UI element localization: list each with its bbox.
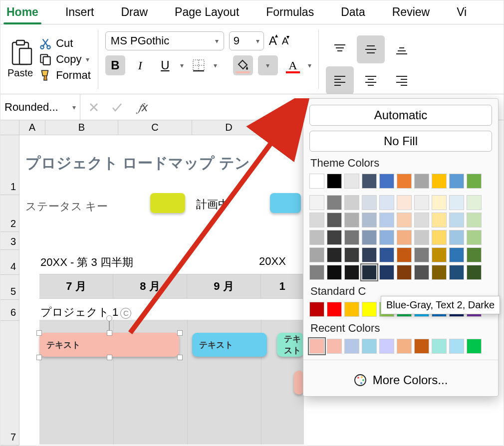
color-swatch[interactable] (432, 265, 447, 280)
color-swatch[interactable] (432, 230, 447, 245)
align-center-button[interactable] (357, 66, 385, 94)
font-size-select[interactable]: 9 ▾ (229, 31, 264, 50)
font-name-select[interactable]: MS PGothic ▾ (105, 31, 224, 50)
color-swatch[interactable] (327, 195, 342, 210)
color-swatch[interactable] (449, 213, 464, 227)
tab-formulas[interactable]: Formulas (263, 2, 317, 24)
color-swatch[interactable] (397, 247, 412, 262)
color-swatch[interactable] (309, 247, 324, 262)
cancel-icon[interactable] (88, 102, 99, 113)
color-swatch[interactable] (379, 230, 394, 245)
row-header-4[interactable]: 4 (0, 250, 19, 275)
color-swatch[interactable] (432, 339, 447, 354)
copy-button[interactable]: Copy ▾ (39, 53, 91, 66)
shrink-font-button[interactable]: A▾ (282, 35, 288, 47)
align-right-button[interactable] (388, 66, 416, 94)
color-swatch[interactable] (379, 339, 394, 354)
resize-handle-n[interactable] (107, 330, 112, 336)
align-middle-button[interactable] (357, 35, 385, 63)
chevron-down-icon[interactable]: ▾ (180, 61, 184, 69)
bold-button[interactable]: B (105, 55, 125, 75)
color-swatch[interactable] (397, 213, 412, 227)
color-swatch[interactable] (467, 265, 482, 280)
color-swatch[interactable] (397, 174, 412, 189)
col-header-B[interactable]: B (45, 120, 118, 135)
color-swatch[interactable] (344, 247, 359, 262)
color-swatch[interactable] (309, 339, 324, 354)
color-swatch[interactable] (432, 213, 447, 227)
color-swatch[interactable] (449, 230, 464, 245)
tab-insert[interactable]: Insert (62, 2, 97, 24)
color-swatch[interactable] (467, 174, 482, 189)
color-swatch[interactable] (449, 247, 464, 262)
color-swatch[interactable] (309, 195, 324, 210)
color-swatch[interactable] (344, 195, 359, 210)
format-painter-button[interactable]: Format (39, 69, 91, 82)
tab-review[interactable]: Review (389, 2, 433, 24)
col-header-C[interactable]: C (118, 120, 192, 135)
color-swatch[interactable] (327, 302, 342, 317)
confirm-icon[interactable] (111, 102, 122, 113)
task-bar-3[interactable]: テキスト (277, 333, 304, 357)
col-header-A[interactable]: A (19, 120, 45, 135)
task-bar-4[interactable] (294, 371, 304, 395)
color-swatch[interactable] (309, 213, 324, 227)
color-swatch[interactable] (344, 174, 359, 189)
color-swatch[interactable] (327, 174, 342, 189)
color-swatch[interactable] (467, 213, 482, 227)
col-header-D[interactable]: D (192, 120, 266, 135)
color-swatch[interactable] (449, 195, 464, 210)
color-swatch[interactable] (379, 265, 394, 280)
color-swatch[interactable] (344, 213, 359, 227)
italic-button[interactable]: I (130, 55, 150, 75)
resize-handle-sw[interactable] (36, 355, 42, 360)
color-swatch[interactable] (327, 339, 342, 354)
tab-draw[interactable]: Draw (118, 2, 151, 24)
borders-button[interactable] (189, 55, 209, 75)
resize-handle-s[interactable] (107, 355, 112, 360)
grow-font-button[interactable]: A▴ (269, 34, 277, 48)
color-swatch[interactable] (397, 265, 412, 280)
color-swatch[interactable] (309, 265, 324, 280)
underline-button[interactable]: U (155, 55, 175, 75)
paste-button[interactable]: Paste (7, 28, 33, 90)
color-swatch[interactable] (362, 195, 377, 210)
tab-view[interactable]: Vi (454, 2, 470, 24)
color-swatch[interactable] (327, 213, 342, 227)
color-swatch[interactable] (344, 339, 359, 354)
color-swatch[interactable] (449, 265, 464, 280)
color-swatch[interactable] (467, 230, 482, 245)
color-swatch[interactable] (379, 195, 394, 210)
color-swatch[interactable] (449, 339, 464, 354)
color-swatch[interactable] (344, 302, 359, 317)
color-swatch[interactable] (344, 230, 359, 245)
select-all-corner[interactable] (0, 120, 19, 135)
color-swatch[interactable] (397, 339, 412, 354)
color-swatch[interactable] (414, 339, 429, 354)
color-swatch[interactable] (327, 230, 342, 245)
tab-home[interactable]: Home (3, 2, 41, 24)
row-header-1[interactable]: 1 (0, 135, 19, 195)
color-swatch[interactable] (467, 195, 482, 210)
task-bar-2[interactable]: テキスト (192, 333, 267, 357)
color-swatch[interactable] (327, 247, 342, 262)
fx-icon[interactable]: 𝑓x (138, 100, 148, 114)
color-swatch[interactable] (344, 265, 359, 280)
color-swatch[interactable] (362, 339, 377, 354)
color-swatch[interactable] (362, 302, 377, 317)
color-swatch[interactable] (449, 174, 464, 189)
selected-shape[interactable]: テキスト (39, 333, 179, 357)
rotate-handle[interactable] (106, 315, 112, 321)
color-swatch[interactable] (362, 265, 377, 280)
color-swatch[interactable] (414, 247, 429, 262)
color-swatch[interactable] (397, 230, 412, 245)
align-bottom-button[interactable] (388, 35, 416, 63)
color-swatch[interactable] (309, 174, 324, 189)
row-header-3[interactable]: 3 (0, 232, 19, 250)
color-swatch[interactable] (414, 213, 429, 227)
align-left-button[interactable] (326, 66, 354, 94)
color-swatch[interactable] (362, 213, 377, 227)
row-header-5[interactable]: 5 (0, 275, 19, 300)
color-swatch[interactable] (467, 339, 482, 354)
chevron-down-icon[interactable]: ▾ (308, 61, 311, 69)
